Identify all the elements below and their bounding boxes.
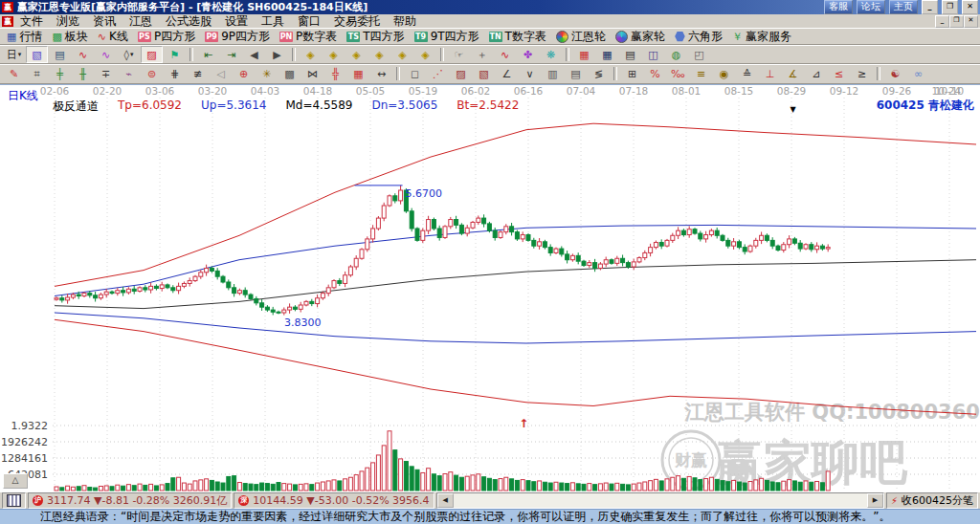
horizontal-span-tool[interactable]: ↔ [370, 65, 392, 82]
p-square-button[interactable]: PSP四方形 [134, 29, 199, 44]
crosshair-button[interactable]: ＋ [471, 46, 493, 63]
menu-item[interactable]: 文件 [13, 13, 50, 30]
sz-index-panel[interactable]: 深 10144.59 ▼-53.00 -0.52% 3956.4 [234, 492, 434, 509]
vstripe-tool[interactable]: ▥ [542, 65, 564, 82]
zigzag-tool-button[interactable]: ∿ [494, 46, 516, 63]
double-grid-tool[interactable]: ╬ [324, 65, 346, 82]
winner-wheel-button[interactable]: 赢家轮 [612, 29, 669, 44]
wave-up-button[interactable]: ∿ [72, 46, 94, 63]
next-bar-button[interactable]: ▶ [266, 46, 288, 63]
web-link-button[interactable]: ◍ [665, 46, 687, 63]
quotes-button[interactable]: ▦行情 [3, 29, 46, 44]
percent-tool[interactable]: % [644, 65, 666, 82]
angle-line-tool[interactable]: ∠ [496, 65, 518, 82]
target-circle-tool[interactable]: ⊕ [233, 65, 255, 82]
child-restore-button[interactable]: ❐ [949, 15, 964, 28]
homepage-button[interactable]: 主页 [889, 0, 918, 14]
gann-square-tool[interactable]: ⌗ [26, 65, 48, 82]
p9-square-button[interactable]: P99P四方形 [201, 29, 274, 44]
period-day-selector[interactable]: 日▾ [3, 46, 25, 63]
expand-pane-button[interactable]: △ [3, 473, 28, 489]
tick-feed-panel[interactable]: ⚡ 收600425分笔 [886, 492, 978, 509]
chart-style-button[interactable]: ▧ [26, 46, 48, 63]
candle-width-selector[interactable]: ◊▾ [118, 46, 140, 63]
flag-marker-button[interactable]: ⚑ [164, 46, 186, 63]
sh-index-panel[interactable]: 沪 3117.74 ▼-8.81 -0.28% 3260.91亿 [28, 492, 232, 509]
pointer-tool[interactable]: ◁ [210, 65, 232, 82]
scroll-right-button[interactable]: ▶ [867, 493, 883, 508]
scroll-track[interactable] [454, 494, 867, 507]
hand-tool-button[interactable]: ☞ [448, 46, 470, 63]
forum-button[interactable]: 论坛 [857, 0, 885, 14]
support-line-tool[interactable]: ⊥ [759, 65, 781, 82]
grid-lines-tool[interactable]: ⋕ [164, 65, 186, 82]
expand-y-button[interactable]: ◈ [391, 46, 413, 63]
minimize-button[interactable]: _ [922, 0, 938, 14]
p-number-table-button[interactable]: PNP数字表 [276, 29, 341, 44]
menu-item[interactable]: 交易委托 [327, 13, 387, 30]
time-division-tool[interactable]: ╪ [49, 65, 71, 82]
shrink-x-button[interactable]: ◈ [368, 46, 390, 63]
wave-down-button[interactable]: ∿ [95, 46, 117, 63]
t-square-button[interactable]: TST四方形 [343, 29, 408, 44]
wedge-up-tool[interactable]: ≥ [851, 65, 873, 82]
horizontal-scrollbar[interactable]: ◀ ▶ [436, 492, 884, 509]
pen-tool[interactable]: ✎ [3, 65, 25, 82]
child-minimize-button[interactable]: _ [935, 15, 949, 28]
estimate-tool[interactable]: ≙ [736, 65, 758, 82]
expand-x-button[interactable]: ◈ [345, 46, 368, 63]
hatch-box-tool[interactable]: ▨ [450, 65, 472, 82]
n2-ruler-tool[interactable]: ≢ [187, 65, 209, 82]
offset-line-tool[interactable]: ∓ [95, 65, 117, 82]
yinyang-tool[interactable]: ☯ [884, 65, 906, 82]
menu-item[interactable]: 资讯 [86, 13, 122, 30]
gann-circle-tool[interactable]: ◉ [713, 65, 735, 82]
mind-tool-button[interactable]: ❋ [540, 46, 562, 63]
shrink-y-button[interactable]: ◈ [414, 46, 436, 63]
vee-line-tool[interactable]: ∨ [519, 65, 541, 82]
zoom-in-button[interactable]: ◈ [323, 46, 345, 63]
rect-tool[interactable]: ◻ [404, 65, 426, 82]
calculator-button[interactable]: ▦ [596, 46, 618, 63]
menu-item[interactable]: 江恩 [122, 13, 159, 30]
menu-item[interactable]: 设置 [218, 13, 255, 30]
cross-band-tool[interactable]: ⋈ [301, 65, 323, 82]
kline-chart[interactable]: 江恩工具软件 QQ:100800360赢家聊吧财赢02-0602-2003-06… [0, 85, 980, 491]
menu-item[interactable]: 工具 [255, 13, 291, 30]
zig-channel-tool[interactable]: ≶ [588, 65, 610, 82]
star-ray-tool[interactable]: ✳ [256, 65, 278, 82]
triangle-tool[interactable]: ⊿ [805, 65, 827, 82]
permille-tool[interactable]: ‰ [667, 65, 689, 82]
customer-service-button[interactable]: 客服 [824, 0, 853, 14]
cycle-circle-tool[interactable]: ⊜ [141, 65, 163, 82]
grid-box-tool[interactable]: ⊞ [621, 65, 643, 82]
prev-bar-button[interactable]: ◀ [243, 46, 265, 63]
menu-item[interactable]: 帮助 [387, 13, 423, 30]
last-bar-button[interactable]: ⇥ [220, 46, 242, 63]
menu-item[interactable]: 窗口 [291, 13, 327, 30]
seal-tool-button[interactable]: ✤ [517, 46, 539, 63]
close-button[interactable]: ✕ [962, 0, 978, 14]
main-chart-button[interactable]: ▨ [141, 46, 163, 63]
winner-service-button[interactable]: ￥赢家服务 [728, 29, 795, 44]
info-board-button[interactable]: ▤ [49, 46, 71, 63]
hstripe-tool[interactable]: ▤ [565, 65, 587, 82]
hatch-box2-tool[interactable]: ▧ [473, 65, 495, 82]
save-button[interactable]: ◫ [642, 46, 664, 63]
infinity-tool[interactable]: ∞ [907, 65, 929, 82]
t9-square-button[interactable]: T99T四方形 [411, 29, 483, 44]
first-bar-button[interactable]: ⇤ [197, 46, 219, 63]
wave-line-tool[interactable]: ⌁ [118, 65, 140, 82]
t-number-table-button[interactable]: TNT数字表 [485, 29, 550, 44]
menu-item[interactable]: 公式选股 [159, 13, 218, 30]
scroll-left-button[interactable]: ◀ [437, 493, 454, 508]
calendar-button[interactable]: ▦ [573, 46, 595, 63]
hexagon-button[interactable]: 六角形 [671, 29, 726, 44]
memo-button[interactable]: ▤ [619, 46, 641, 63]
shade-box-tool[interactable]: ▩ [278, 65, 301, 82]
fan-lines-tool[interactable]: ⋰ [427, 65, 449, 82]
child-close-button[interactable]: ✕ [964, 15, 978, 28]
calendar-panel[interactable] [2, 492, 26, 509]
restore-button[interactable]: ❐ [942, 0, 958, 14]
kline-button[interactable]: ∿K线 [94, 29, 132, 44]
